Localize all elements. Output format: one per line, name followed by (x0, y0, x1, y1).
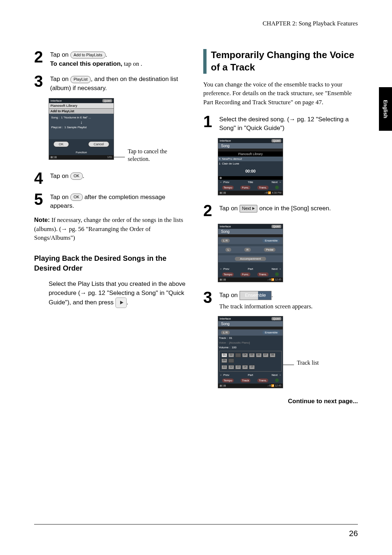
func-btn: Func. (240, 186, 250, 190)
voice-value: [Acoustic Piano] (229, 341, 250, 344)
step-number: 4 (34, 170, 46, 186)
intro-paragraph: You can change the voice of the ensemble… (203, 80, 358, 107)
part-nav: Part (248, 267, 253, 271)
track-grid-row1: 0102040506070809 (220, 352, 281, 364)
text: . (83, 173, 85, 179)
page-number: 26 (349, 529, 358, 538)
play-button-icon (115, 297, 127, 308)
text: Tap on (50, 51, 70, 58)
next-nav: Next → (271, 267, 281, 271)
step-number: 3 (34, 73, 46, 93)
text: Tap on (50, 76, 70, 82)
volume-label: Volume : (219, 346, 230, 349)
note-text: If necessary, change the order of the so… (34, 216, 183, 241)
text: . (127, 299, 128, 306)
voice-label: Voice : (219, 341, 228, 344)
text: once in the [Song] screen. (257, 205, 331, 212)
lr-pill: L R (221, 331, 230, 335)
next-button: Next (240, 205, 258, 212)
ss-label: Interface (220, 317, 231, 320)
tempo-btn: Tempo (222, 378, 234, 382)
step-number: 2 (203, 203, 216, 219)
track-name: Clair de Lune (222, 162, 239, 165)
note-paragraph: Note: If necessary, change the order of … (34, 216, 189, 243)
left-column: 2 Tap on Add to PlayLists. To cancel thi… (34, 49, 189, 405)
callout-cancel: Tap to cancel the selection. (125, 147, 183, 163)
chapter-header: CHAPTER 2: Song Playback Features (34, 20, 358, 27)
library-label: Pianosoft Library (218, 151, 283, 157)
trans-btn: Trans. (257, 272, 268, 276)
callout-track-list: Track list (294, 359, 319, 367)
track-name: NewPro demo2 (222, 157, 242, 161)
subheading-playback-order: Playing Back the Desired Songs in the De… (34, 254, 189, 273)
step-1: 1 Select the desired song. (→ pg. 12 "Se… (203, 114, 358, 133)
text: Tap on (219, 292, 240, 299)
ensemble-pill: Ensemble (262, 239, 280, 243)
volume-value: 100 (232, 346, 236, 349)
ss-label: Interface (50, 99, 62, 102)
trans-btn: Trans. (257, 378, 268, 382)
subsection-body: Select the Play Lists that you created i… (49, 278, 189, 308)
ss-label: Interface (220, 225, 231, 228)
screenshot-song-part: Interface Quiet Song L R Ensemble L R Pe… (218, 224, 283, 282)
step-2-right: 2 Tap on Next once in the [Song] screen. (203, 203, 358, 219)
quiet-badge: Quiet (271, 317, 281, 320)
track-grid-row2: 1112131415 (220, 364, 281, 370)
language-tab: English (379, 87, 392, 131)
song-name: 1 "Nocturne in E flat" ... (61, 116, 91, 119)
step-text: Select the desired song. (→ pg. 12 "Sele… (219, 114, 358, 133)
track-label: Track : (219, 336, 228, 340)
title-nav: Title (248, 181, 253, 184)
ensemble-button: Ensemble (240, 291, 271, 300)
addpl-heading: Add to PlayList (49, 108, 114, 114)
func-btn: Func. (240, 272, 250, 276)
step-subtext: The track information screen appears. (219, 302, 313, 311)
text: . (271, 292, 273, 299)
step-number: 5 (34, 191, 46, 211)
lr-pill: L R (221, 239, 230, 243)
add-to-playlists-button: Add to PlayLists (70, 52, 106, 59)
ok-button: OK (70, 194, 83, 201)
screenshot-add-to-playlist: Interface Quiet Pianosoft Library Add to… (49, 98, 114, 160)
function-label: Function (49, 151, 114, 155)
right-column: Temporarily Changing the Voice of a Trac… (203, 49, 358, 405)
screenshot-song-list: Interface Quiet Song Pianosoft Library 5… (218, 138, 283, 195)
quiet-badge: Quiet (102, 99, 112, 102)
ss-page: 1/01 (107, 156, 112, 159)
trans-btn: Trans. (257, 186, 268, 190)
quiet-badge: Quiet (271, 139, 281, 142)
prev-nav: ← Prev (220, 267, 229, 271)
song-header: Song (218, 143, 283, 149)
cancel-button: Cancel (88, 141, 109, 147)
track-btn: Track (241, 378, 251, 382)
ok-button: OK (70, 173, 83, 180)
pedal-pill: Pedal (264, 248, 275, 252)
screenshot-track-info: Interface Quiet Song L R Ensemble Track … (218, 316, 283, 388)
track-num: 5 (219, 157, 220, 161)
footer-rule (34, 524, 358, 524)
prev-nav: ← Prev (220, 373, 229, 377)
section-heading-voice-change: Temporarily Changing the Voice of a Trac… (203, 49, 358, 74)
song-label: Song : (51, 116, 60, 119)
pl-name: 1 Sample Playlist (64, 126, 86, 129)
next-nav: Next → (271, 373, 281, 377)
note-label: Note: (34, 216, 50, 223)
step-number: 3 (203, 289, 216, 311)
text: . (106, 51, 107, 58)
tempo-btn: Tempo (222, 186, 234, 190)
part-nav: Part (248, 373, 253, 377)
continue-next-page: Continue to next page... (203, 398, 358, 405)
pl-label: PlayList : (51, 126, 63, 129)
text: Tap on (50, 173, 70, 179)
time-display: 00:00 (218, 166, 283, 176)
track-num: 1 (219, 162, 220, 165)
playlist-button: PlayList (70, 76, 91, 83)
song-header: Song (218, 321, 283, 327)
step-4: 4 Tap on OK. (34, 170, 189, 186)
song-header: Song (218, 229, 283, 234)
track-value: 01 (229, 336, 232, 340)
accompaniment-pill: Accompaniment (235, 257, 266, 261)
l-pill: L (225, 248, 231, 252)
tempo-btn: Tempo (222, 272, 234, 276)
text: Tap on (219, 205, 240, 212)
